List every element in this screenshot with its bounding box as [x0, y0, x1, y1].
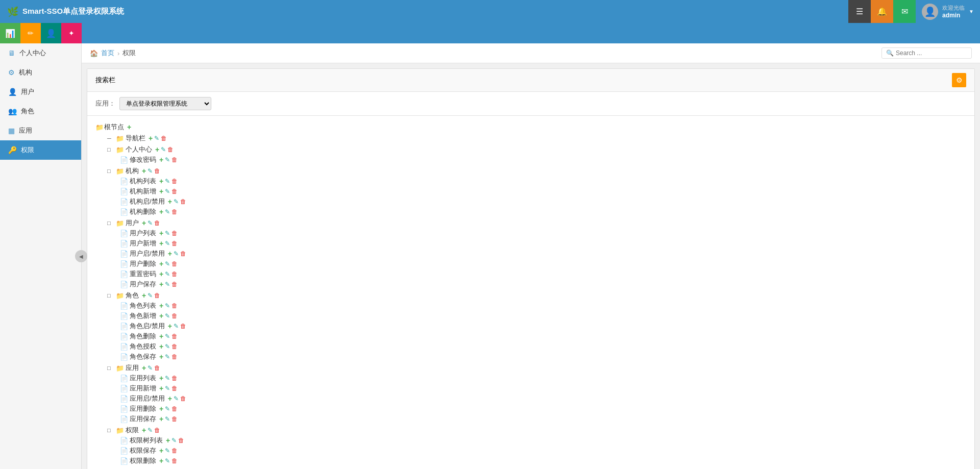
roletoggle-add[interactable]: + — [168, 322, 172, 330]
sidebar-item-user[interactable]: 👤 用户 — [0, 82, 81, 102]
appsave-add[interactable]: + — [159, 415, 163, 423]
search-box[interactable]: 🔍 — [881, 47, 972, 59]
appdel-add[interactable]: + — [159, 405, 163, 413]
permsave-edit[interactable]: ✎ — [165, 447, 170, 454]
applist-del[interactable]: 🗑 — [172, 375, 178, 382]
usertoggle-del[interactable]: 🗑 — [180, 250, 186, 257]
personal-toggle[interactable]: □ — [107, 146, 114, 153]
org-del-del[interactable]: 🗑 — [172, 208, 178, 215]
appdel-del[interactable]: 🗑 — [172, 405, 178, 412]
org-toggle[interactable]: □ — [107, 168, 114, 174]
role-toggle[interactable]: □ — [107, 292, 114, 299]
edit-button[interactable]: ✏ — [20, 23, 41, 43]
breadcrumb-home[interactable]: 首页 — [101, 48, 114, 58]
usersave-del[interactable]: 🗑 — [172, 281, 178, 288]
useradd-edit[interactable]: ✎ — [165, 240, 170, 247]
permdel-del[interactable]: 🗑 — [172, 457, 178, 464]
roledel-add[interactable]: + — [159, 332, 163, 340]
notification-button[interactable]: 🔔 — [871, 0, 893, 23]
sidebar-item-perm[interactable]: 🔑 权限 — [0, 140, 81, 160]
role-add[interactable]: + — [142, 291, 146, 300]
userdel-del[interactable]: 🗑 — [172, 260, 178, 267]
root-add-btn[interactable]: + — [127, 123, 131, 131]
perm-toggle[interactable]: □ — [107, 427, 114, 433]
sidebar-collapse-button[interactable]: ◀ — [75, 250, 87, 262]
navbar-add-btn[interactable]: + — [149, 134, 153, 142]
org-del-add[interactable]: + — [159, 208, 163, 216]
resetpwd-del[interactable]: 🗑 — [172, 270, 178, 278]
navbar-toggle[interactable]: ─ — [107, 135, 114, 141]
appadd-del[interactable]: 🗑 — [172, 385, 178, 392]
roledel-del[interactable]: 🗑 — [172, 333, 178, 340]
share-button[interactable]: ✦ — [61, 23, 82, 43]
usertoggle-add[interactable]: + — [168, 250, 172, 258]
appadd-add[interactable]: + — [159, 384, 163, 392]
app-toggle[interactable]: □ — [107, 365, 114, 371]
mail-button[interactable]: ✉ — [893, 0, 916, 23]
org-edit-btn[interactable]: ✎ — [148, 167, 153, 175]
roletoggle-del[interactable]: 🗑 — [180, 323, 186, 330]
stats-button[interactable]: 📊 — [0, 23, 20, 43]
useradd-add[interactable]: + — [159, 239, 163, 248]
personal-add-btn[interactable]: + — [155, 145, 159, 154]
rolesave-edit[interactable]: ✎ — [165, 353, 170, 360]
user-tree-add[interactable]: + — [142, 219, 146, 227]
appdel-edit[interactable]: ✎ — [165, 405, 170, 412]
roleauth-del[interactable]: 🗑 — [172, 343, 178, 350]
userdel-edit[interactable]: ✎ — [165, 260, 170, 267]
userdel-add[interactable]: + — [159, 260, 163, 268]
message-button[interactable]: ☰ — [848, 0, 871, 23]
userlist-edit[interactable]: ✎ — [165, 230, 170, 237]
permdel-edit[interactable]: ✎ — [165, 457, 170, 464]
appsave-edit[interactable]: ✎ — [165, 415, 170, 423]
changepwd-edit-btn[interactable]: ✎ — [165, 156, 170, 163]
appsave-del[interactable]: 🗑 — [172, 415, 178, 423]
permtree-edit[interactable]: ✎ — [172, 437, 177, 444]
userlist-add[interactable]: + — [159, 229, 163, 237]
permtree-del[interactable]: 🗑 — [178, 437, 184, 444]
sidebar-item-org[interactable]: ⚙ 机构 — [0, 63, 81, 82]
navbar-edit-btn[interactable]: ✎ — [154, 135, 159, 142]
sidebar-item-role[interactable]: 👥 角色 — [0, 102, 81, 121]
app-del[interactable]: 🗑 — [154, 364, 160, 372]
user-quick-button[interactable]: 👤 — [41, 23, 61, 43]
rolelist-edit[interactable]: ✎ — [165, 302, 170, 309]
org-del-btn[interactable]: 🗑 — [154, 167, 160, 175]
org-add-btn[interactable]: + — [142, 167, 146, 175]
org-del-edit[interactable]: ✎ — [165, 208, 170, 215]
perm-edit[interactable]: ✎ — [148, 427, 153, 434]
search-input[interactable] — [896, 50, 967, 57]
roledel-edit[interactable]: ✎ — [165, 333, 170, 340]
sidebar-item-personal[interactable]: 🖥 个人中心 — [0, 43, 81, 63]
permsave-del[interactable]: 🗑 — [172, 447, 178, 454]
user-tree-edit[interactable]: ✎ — [148, 219, 153, 227]
resetpwd-edit[interactable]: ✎ — [165, 270, 170, 278]
app-select[interactable]: 单点登录权限管理系统 — [119, 97, 211, 110]
org-toggle-del[interactable]: 🗑 — [180, 198, 186, 205]
navbar-del-btn[interactable]: 🗑 — [161, 135, 167, 142]
app-add[interactable]: + — [142, 364, 146, 372]
rolesave-add[interactable]: + — [159, 353, 163, 361]
org-add-del[interactable]: 🗑 — [172, 188, 178, 195]
usersave-add[interactable]: + — [159, 280, 163, 288]
user-tree-toggle[interactable]: □ — [107, 220, 114, 226]
roleauth-edit[interactable]: ✎ — [165, 343, 170, 350]
perm-del[interactable]: 🗑 — [154, 427, 160, 434]
rolelist-add[interactable]: + — [159, 302, 163, 310]
org-list-add[interactable]: + — [159, 177, 163, 185]
role-del[interactable]: 🗑 — [154, 292, 160, 299]
personal-edit-btn[interactable]: ✎ — [161, 146, 166, 153]
applist-add[interactable]: + — [159, 374, 163, 382]
org-list-del[interactable]: 🗑 — [172, 178, 178, 185]
applist-edit[interactable]: ✎ — [165, 375, 170, 382]
org-add-add[interactable]: + — [159, 187, 163, 195]
rolelist-del[interactable]: 🗑 — [172, 302, 178, 309]
org-list-edit[interactable]: ✎ — [165, 178, 170, 185]
perm-add[interactable]: + — [142, 426, 146, 434]
changepwd-add-btn[interactable]: + — [159, 156, 163, 164]
roleadd-edit[interactable]: ✎ — [165, 312, 170, 319]
permtree-add[interactable]: + — [166, 436, 170, 445]
role-edit[interactable]: ✎ — [148, 292, 153, 299]
gear-button[interactable]: ⚙ — [952, 73, 966, 87]
personal-del-btn[interactable]: 🗑 — [167, 146, 174, 153]
